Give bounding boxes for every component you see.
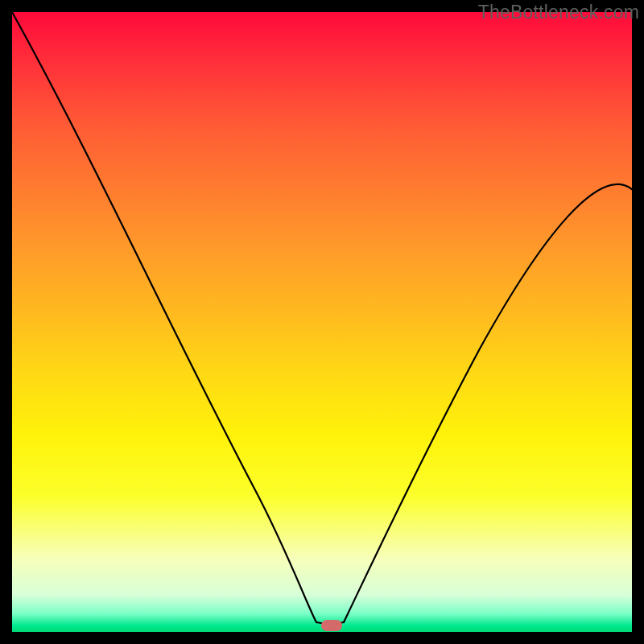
plot-area <box>12 12 632 632</box>
watermark-text: TheBottleneck.com <box>478 2 639 23</box>
optimal-marker <box>321 620 342 631</box>
curve-left <box>12 12 316 622</box>
chart-frame: TheBottleneck.com <box>0 0 644 644</box>
curve-valley <box>316 622 344 624</box>
curve-right <box>344 184 632 622</box>
curve-svg <box>12 12 632 632</box>
